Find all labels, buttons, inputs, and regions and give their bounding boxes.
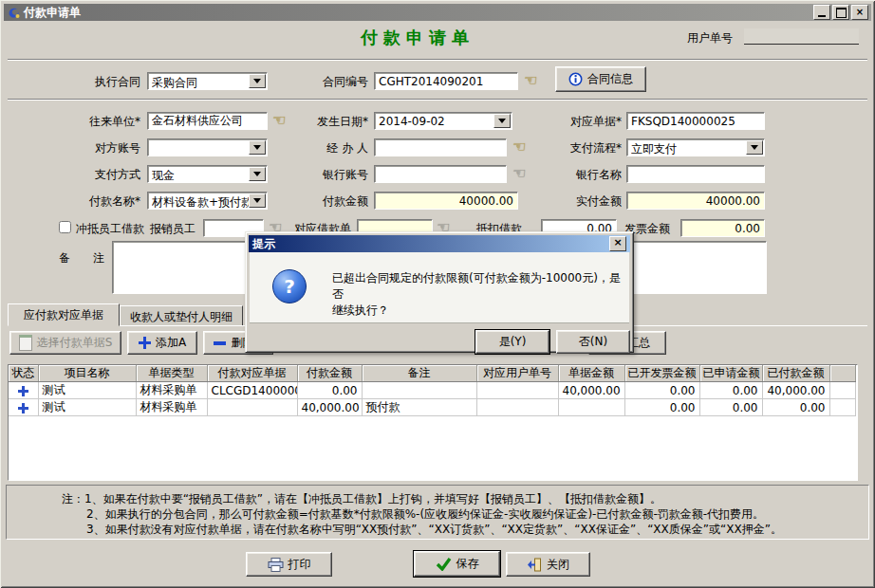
payable-docs-grid[interactable]: 状态项目名称单据类型付款对应单据付款金额备注对应用户单号单据金额已开发票金额已申…: [8, 364, 858, 481]
dialog-message-line1: 已超出合同规定的付款限额(可付款金额为-10000元)，是否: [332, 270, 629, 303]
pay-name-label: 付款名称*: [28, 194, 140, 209]
select-payment-doc-button[interactable]: 选择付款单据S: [9, 331, 121, 355]
grid-col-header[interactable]: 单据类型: [136, 365, 207, 382]
tab-payee-detail[interactable]: 收款人或垫付人明细: [120, 305, 243, 325]
handler-input[interactable]: [374, 138, 507, 156]
yes-button[interactable]: 是(Y): [475, 330, 549, 354]
add-button[interactable]: 添加A: [127, 331, 197, 355]
bank-account-input[interactable]: [374, 165, 507, 183]
pay-flow-combo[interactable]: 立即支付: [626, 138, 765, 156]
reimburse-label: 报销员工: [150, 222, 195, 236]
grid-cell: 预付款: [362, 399, 476, 416]
actual-amount-input[interactable]: [626, 192, 765, 210]
grid-col-header[interactable]: 付款对应单据: [207, 365, 297, 382]
grid-cell: 0.00: [699, 399, 762, 416]
no-button[interactable]: 否(N): [556, 330, 630, 354]
grid-col-header[interactable]: [829, 365, 855, 382]
grid-cell: 测试: [38, 399, 136, 416]
grid-col-header[interactable]: 已申请金额: [699, 365, 762, 382]
grid-col-header[interactable]: 项目名称: [38, 365, 136, 382]
note-line-3: 3、如果付款没有对应付款单据，请在付款名称中写明“XX预付款”、“XX订货款”、…: [86, 522, 782, 538]
chevron-down-icon[interactable]: [249, 74, 266, 88]
exec-contract-combo[interactable]: 采购合同: [147, 72, 268, 90]
picker-hand-icon-disabled: ☜: [512, 166, 526, 181]
maximize-button[interactable]: [832, 5, 849, 20]
table-row[interactable]: 测试材料采购单40,000.00预付款0.000.000.00: [9, 399, 855, 416]
pay-method-combo[interactable]: 现金: [147, 165, 268, 183]
date-combo[interactable]: 2014-09-02: [374, 112, 512, 130]
contract-info-label: 合同信息: [587, 71, 633, 87]
save-button[interactable]: 保存: [414, 551, 500, 577]
question-icon: ?: [272, 269, 307, 303]
printer-icon: [268, 558, 284, 572]
grid-col-header[interactable]: 已付款金额: [762, 365, 829, 382]
contract-info-button[interactable]: 合同信息: [555, 66, 646, 92]
no-label: 否(N): [579, 334, 607, 350]
tab-payable-docs[interactable]: 应付款对应单据: [8, 303, 120, 326]
dialog-titlebar[interactable]: 提示 ×: [249, 235, 630, 252]
check-icon: [436, 557, 452, 571]
print-button[interactable]: 打印: [246, 552, 332, 577]
picker-hand-icon[interactable]: ☜: [524, 73, 537, 88]
dialog-body: ? 已超出合同规定的付款限额(可付款金额为-10000元)，是否 继续执行？: [250, 252, 629, 323]
dialog-close-icon[interactable]: ×: [609, 236, 626, 251]
plus-icon[interactable]: [18, 403, 28, 413]
print-label: 打印: [289, 557, 311, 573]
chevron-down-icon[interactable]: [746, 140, 763, 155]
vendor-input[interactable]: [147, 112, 268, 130]
grid-col-header[interactable]: 已开发票金额: [624, 365, 699, 382]
pay-amount-input[interactable]: [374, 192, 518, 210]
payment-request-window: 付款申请单 × 付款申请单 用户单号 执行合同 采购合同 合同编号 ☜ 合同信息…: [0, 0, 875, 588]
close-form-button[interactable]: 关闭: [506, 552, 590, 577]
grid-cell: 材料采购单: [136, 399, 207, 416]
close-form-label: 关闭: [547, 557, 569, 573]
chevron-down-icon[interactable]: [249, 193, 266, 208]
bank-account-label: 银行账号: [285, 168, 368, 182]
grid-cell: [9, 382, 38, 399]
pay-name-combo[interactable]: 材料设备款+预付款: [147, 192, 268, 210]
chevron-down-icon[interactable]: [493, 114, 511, 128]
exec-contract-label: 执行合同: [28, 75, 140, 89]
chevron-down-icon[interactable]: [249, 167, 266, 181]
grid-cell: 0.00: [297, 382, 362, 399]
chevron-down-icon[interactable]: [249, 140, 266, 155]
table-row[interactable]: 测试材料采购单CLCGD1400000260.0040,000.000.000.…: [9, 382, 855, 399]
minus-icon: [214, 341, 226, 345]
notes-panel: 注：1、如果在付款中要“报销员工借款”，请在【冲抵员工借款】上打钩，并填写好【报…: [6, 485, 869, 540]
select-payment-doc-label: 选择付款单据S: [37, 335, 113, 351]
pay-method-label: 支付方式: [28, 168, 140, 182]
user-no-label: 用户单号: [687, 31, 733, 46]
pay-method-value: 现金: [152, 168, 250, 184]
invoice-amount-input[interactable]: [680, 219, 765, 237]
grid-header-row: 状态项目名称单据类型付款对应单据付款金额备注对应用户单号单据金额已开发票金额已申…: [9, 365, 855, 382]
close-button[interactable]: ×: [851, 5, 868, 20]
party-account-combo[interactable]: [147, 138, 268, 156]
note-line-2: 2、如果执行的分包合同，那么可付款金额=付款基数*付款限额%-(应收履约保证金-…: [86, 506, 764, 523]
offset-loan-checkbox[interactable]: [59, 221, 71, 233]
grid-cell: 0.00: [699, 382, 762, 399]
date-value: 2014-09-02: [379, 115, 494, 128]
grid-col-header[interactable]: 单据金额: [558, 365, 624, 382]
note-line-1: 注：1、如果在付款中要“报销员工借款”，请在【冲抵员工借款】上打钩，并填写好【报…: [62, 491, 661, 507]
grid-cell: 40,000.00: [297, 399, 362, 416]
prompt-dialog: 提示 × ? 已超出合同规定的付款限额(可付款金额为-10000元)，是否 继续…: [245, 231, 634, 353]
picker-hand-icon[interactable]: ☜: [512, 139, 526, 155]
bank-name-input[interactable]: [626, 165, 765, 183]
handler-label: 经 办 人: [285, 141, 368, 156]
grid-cell: [829, 399, 855, 416]
grid-col-header[interactable]: 对应用户单号: [476, 365, 558, 382]
dialog-message-line2: 继续执行？: [332, 303, 629, 319]
contract-no-input[interactable]: [374, 72, 518, 90]
doc-no-input[interactable]: [626, 112, 765, 130]
grid-col-header[interactable]: 付款金额: [297, 365, 362, 382]
pay-amount-label: 付款金额: [285, 194, 368, 209]
minimize-button[interactable]: [813, 5, 830, 20]
grid-col-header[interactable]: 备注: [362, 365, 476, 382]
plus-icon[interactable]: [18, 386, 28, 396]
remark-label: 备 注: [59, 251, 104, 266]
pay-name-value: 材料设备款+预付款: [152, 194, 250, 211]
grid-col-header[interactable]: 状态: [9, 365, 38, 382]
user-no-field[interactable]: [744, 28, 859, 45]
window-titlebar[interactable]: 付款申请单 ×: [4, 4, 871, 21]
grid-cell: 0.00: [624, 382, 699, 399]
